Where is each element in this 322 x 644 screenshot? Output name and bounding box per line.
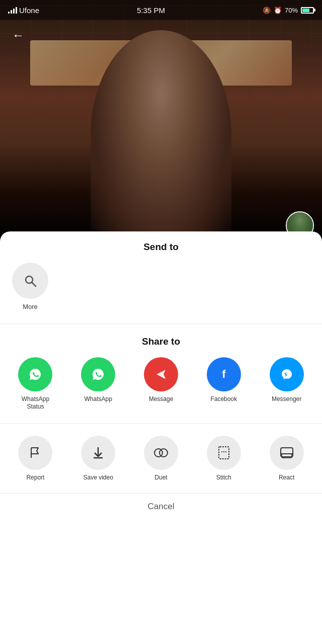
whatsapp-label: WhatsApp xyxy=(85,395,112,404)
save-video-label: Save video xyxy=(84,474,113,481)
message-label: Message xyxy=(149,395,174,404)
action-save-video[interactable]: Save video xyxy=(69,436,128,481)
more-icon-circle xyxy=(12,263,48,299)
person-silhouette xyxy=(91,30,231,242)
report-label: Report xyxy=(26,474,44,481)
whatsapp-status-icon xyxy=(18,357,52,391)
share-whatsapp[interactable]: WhatsApp xyxy=(69,357,128,404)
video-background xyxy=(0,0,322,242)
action-stitch[interactable]: Stitch xyxy=(194,436,253,481)
svg-rect-16 xyxy=(281,448,293,457)
send-to-title: Send to xyxy=(0,242,322,263)
messenger-label: Messenger xyxy=(272,395,301,404)
status-time: 5:35 PM xyxy=(137,6,165,15)
react-label: React xyxy=(279,474,294,481)
volume-icon: 🔕 xyxy=(263,7,271,14)
bottom-sheet: Send to More Share to WhatsAppStatu xyxy=(0,231,322,644)
share-whatsapp-status[interactable]: WhatsAppStatus xyxy=(6,357,65,411)
flag-icon xyxy=(27,445,43,461)
actions-row: Report Save video Duet xyxy=(0,436,322,481)
back-button[interactable]: ← xyxy=(8,25,28,45)
svg-text:f: f xyxy=(222,368,226,380)
action-report[interactable]: Report xyxy=(6,436,65,481)
cancel-button[interactable]: Cancel xyxy=(148,502,175,512)
svg-point-13 xyxy=(159,449,168,457)
message-icon xyxy=(144,357,178,391)
back-arrow-icon: ← xyxy=(12,28,24,42)
battery-icon xyxy=(301,7,314,14)
carrier-name: Ufone xyxy=(19,6,39,15)
duet-label: Duet xyxy=(154,474,167,481)
divider-2 xyxy=(0,423,322,424)
share-message[interactable]: Message xyxy=(132,357,191,404)
whatsapp-icon xyxy=(81,357,115,391)
save-video-icon-circle xyxy=(81,436,115,470)
whatsapp-status-label: WhatsAppStatus xyxy=(22,395,49,411)
svg-line-1 xyxy=(32,283,36,287)
facebook-label: Facebook xyxy=(210,395,237,404)
react-icon xyxy=(279,445,295,461)
signal-icon xyxy=(8,7,17,14)
cancel-area: Cancel xyxy=(0,493,322,520)
action-react[interactable]: React xyxy=(257,436,316,481)
svg-rect-14 xyxy=(219,447,229,459)
action-duet[interactable]: Duet xyxy=(132,436,191,481)
divider-1 xyxy=(0,324,322,324)
more-apps-row: More xyxy=(0,263,322,311)
battery-percent: 70% xyxy=(285,7,298,14)
report-icon-circle xyxy=(18,436,52,470)
duet-icon-circle xyxy=(144,436,178,470)
stitch-label: Stitch xyxy=(216,474,231,481)
share-messenger[interactable]: Messenger xyxy=(257,357,316,404)
messenger-icon xyxy=(270,357,304,391)
share-to-title: Share to xyxy=(0,336,322,357)
facebook-icon: f xyxy=(207,357,241,391)
status-bar: Ufone 5:35 PM 🔕 ⏰ 70% xyxy=(0,0,322,20)
more-app-item[interactable]: More xyxy=(10,263,50,311)
status-icons: 🔕 ⏰ 70% xyxy=(263,7,314,14)
share-facebook[interactable]: f Facebook xyxy=(194,357,253,404)
search-icon xyxy=(22,273,38,289)
stitch-icon-circle xyxy=(207,436,241,470)
share-apps-row: WhatsAppStatus WhatsApp Me xyxy=(0,357,322,411)
react-icon-circle xyxy=(270,436,304,470)
duet-icon xyxy=(152,445,170,461)
stitch-icon xyxy=(216,445,232,461)
alarm-icon: ⏰ xyxy=(274,7,282,14)
more-label: More xyxy=(23,303,38,311)
download-icon xyxy=(90,445,106,461)
carrier-info: Ufone xyxy=(8,6,39,15)
